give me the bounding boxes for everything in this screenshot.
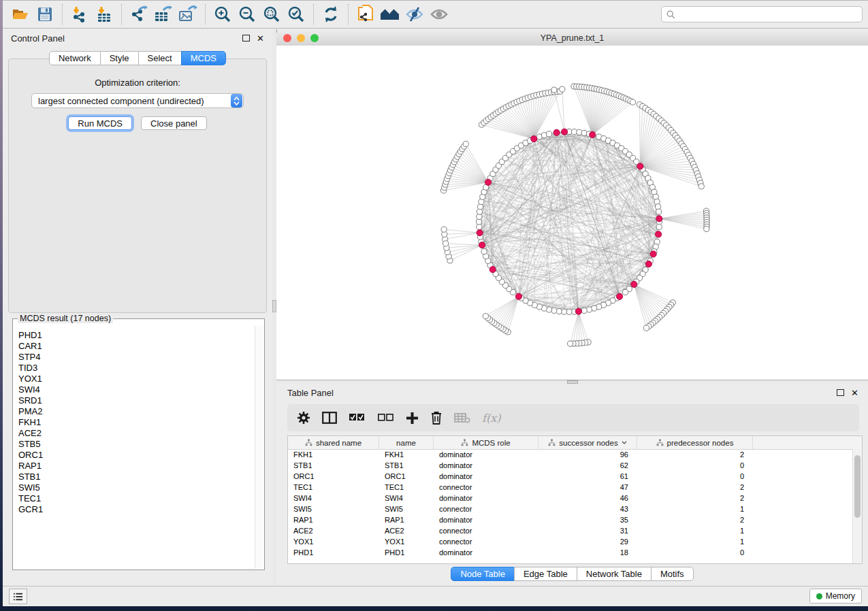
delete-column-button[interactable]	[430, 411, 443, 425]
mcds-result-item[interactable]: PMA2	[18, 406, 255, 417]
table-cell[interactable]: YOX1	[288, 537, 379, 548]
table-cell[interactable]: 47	[539, 482, 637, 493]
table-cell[interactable]: 2	[637, 515, 753, 526]
mcds-result-item[interactable]: SWI4	[18, 384, 255, 395]
mcds-result-item[interactable]: STB1	[18, 472, 255, 482]
function-builder-button[interactable]: f(x)	[482, 412, 500, 425]
float-panel-icon[interactable]	[837, 389, 844, 396]
table-cell[interactable]: TEC1	[379, 482, 434, 493]
close-panel-button[interactable]: Close panel	[141, 116, 207, 130]
table-cell[interactable]: 31	[539, 526, 637, 537]
table-cell[interactable]: 29	[539, 537, 637, 548]
mcds-result-item[interactable]: ORC1	[18, 450, 255, 461]
table-cell[interactable]: 61	[539, 472, 637, 482]
table-cell[interactable]: 2	[637, 493, 753, 504]
table-cell[interactable]: connector	[434, 482, 539, 493]
table-cell[interactable]: 0	[637, 461, 753, 472]
table-cell[interactable]: STB1	[379, 461, 434, 472]
tab-mcds[interactable]: MCDS	[181, 51, 226, 65]
table-cell[interactable]: dominator	[434, 461, 539, 472]
zoom-selected-button[interactable]	[284, 3, 308, 26]
table-row[interactable]: STB1STB1dominator620	[288, 461, 862, 472]
mcds-result-list[interactable]: PHD1CAR1STP4TID3YOX1SWI4SRD1PMA2FKH1ACE2…	[14, 326, 255, 569]
deselect-all-button[interactable]	[377, 413, 394, 423]
table-cell[interactable]: STB1	[288, 461, 379, 472]
mcds-result-item[interactable]: STB5	[18, 439, 255, 450]
export-image-button[interactable]	[176, 3, 200, 26]
table-cell[interactable]: connector	[434, 504, 539, 515]
table-cell[interactable]: 35	[539, 515, 637, 526]
table-cell[interactable]: 2	[637, 450, 753, 461]
table-cell[interactable]: ACE2	[288, 526, 379, 537]
table-row[interactable]: TEC1TEC1connector472	[288, 482, 862, 493]
mcds-result-item[interactable]: FKH1	[18, 417, 255, 428]
table-cell[interactable]: 1	[637, 526, 753, 537]
table-row[interactable]: SWI5SWI5connector431	[288, 504, 862, 515]
table-cell[interactable]: FKH1	[288, 450, 379, 461]
table-row[interactable]: ACE2ACE2connector311	[288, 526, 862, 537]
table-cell[interactable]: SWI5	[379, 504, 434, 515]
task-history-button[interactable]	[9, 589, 27, 604]
column-header-shared-name[interactable]: shared name	[288, 436, 379, 449]
clone-network-button[interactable]	[353, 3, 378, 26]
import-table-button[interactable]	[92, 3, 116, 26]
float-panel-icon[interactable]	[242, 35, 250, 42]
table-settings-button[interactable]	[297, 411, 310, 425]
tab-select[interactable]: Select	[138, 51, 182, 65]
mcds-result-item[interactable]: SRD1	[18, 395, 255, 406]
table-cell[interactable]: ORC1	[379, 472, 434, 482]
table-cell[interactable]: 96	[539, 450, 637, 461]
table-cell[interactable]: connector	[434, 537, 539, 548]
run-mcds-button[interactable]: Run MCDS	[68, 116, 132, 130]
search-field[interactable]	[661, 6, 863, 22]
mcds-list-scrollbar[interactable]	[255, 326, 263, 569]
table-cell[interactable]: dominator	[434, 450, 539, 461]
column-header-predecessor-nodes[interactable]: predecessor nodes	[637, 436, 753, 449]
table-cell[interactable]: PHD1	[379, 548, 434, 559]
select-all-button[interactable]	[349, 413, 366, 423]
table-cell[interactable]: SWI4	[288, 493, 379, 504]
column-header-name[interactable]: name	[379, 436, 434, 449]
tab-edge-table[interactable]: Edge Table	[514, 567, 577, 581]
table-row[interactable]: FKH1FKH1dominator962	[288, 450, 862, 461]
table-cell[interactable]: ACE2	[379, 526, 434, 537]
mcds-result-item[interactable]: PHD1	[18, 330, 255, 341]
table-cell[interactable]: PHD1	[288, 548, 379, 559]
table-cell[interactable]: TEC1	[288, 482, 379, 493]
network-canvas[interactable]	[276, 46, 868, 380]
zoom-in-button[interactable]	[210, 3, 235, 26]
table-cell[interactable]: SWI4	[379, 493, 434, 504]
mcds-result-item[interactable]: SWI5	[18, 482, 255, 493]
table-row[interactable]: RAP1RAP1dominator352	[288, 515, 862, 526]
add-column-button[interactable]	[406, 412, 419, 425]
table-cell[interactable]: 1	[637, 537, 753, 548]
export-network-button[interactable]	[127, 3, 151, 26]
table-row[interactable]: YOX1YOX1connector291	[288, 537, 862, 548]
table-row[interactable]: PHD1PHD1dominator180	[288, 548, 862, 559]
refresh-button[interactable]	[319, 3, 343, 26]
memory-button[interactable]: Memory	[809, 589, 862, 604]
close-panel-icon[interactable]: ✕	[851, 389, 858, 397]
tab-style[interactable]: Style	[100, 51, 139, 65]
table-cell[interactable]: 0	[637, 548, 753, 559]
close-panel-icon[interactable]: ✕	[257, 34, 264, 43]
mcds-result-item[interactable]: STP4	[18, 352, 255, 363]
delete-table-button[interactable]	[454, 412, 470, 423]
export-table-button[interactable]	[151, 3, 176, 26]
zoom-fit-button[interactable]	[259, 3, 284, 26]
import-network-button[interactable]	[67, 3, 92, 26]
tab-motifs[interactable]: Motifs	[651, 567, 694, 581]
table-cell[interactable]: RAP1	[288, 515, 379, 526]
table-cell[interactable]: 1	[637, 504, 753, 515]
table-cell[interactable]: 62	[539, 461, 637, 472]
table-cell[interactable]: dominator	[434, 515, 539, 526]
zoom-out-button[interactable]	[235, 3, 259, 26]
mcds-result-item[interactable]: TEC1	[18, 493, 255, 504]
scrollbar-thumb[interactable]	[854, 455, 861, 518]
table-cell[interactable]: SWI5	[288, 504, 379, 515]
table-cell[interactable]: FKH1	[379, 450, 434, 461]
column-header-successor-nodes[interactable]: successor nodes	[539, 436, 637, 449]
tab-network[interactable]: Network	[49, 51, 101, 65]
table-cell[interactable]: 2	[637, 482, 753, 493]
network-window-titlebar[interactable]: YPA_prune.txt_1	[276, 31, 868, 46]
